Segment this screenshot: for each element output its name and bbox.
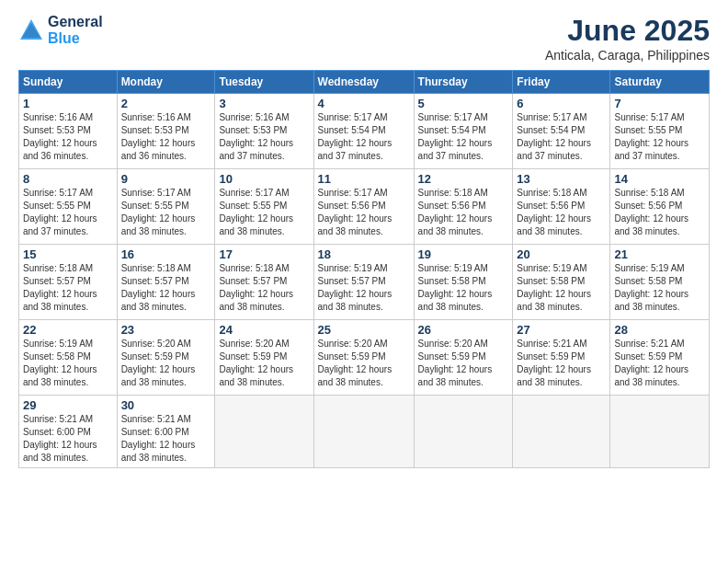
calendar-cell: 29Sunrise: 5:21 AMSunset: 6:00 PMDayligh…	[19, 396, 118, 468]
day-number: 26	[418, 323, 509, 337]
day-number: 5	[418, 97, 509, 110]
calendar-header-row: Sunday Monday Tuesday Wednesday Thursday…	[19, 71, 710, 94]
day-info: Sunrise: 5:20 AMSunset: 5:59 PMDaylight:…	[219, 338, 309, 389]
day-number: 1	[23, 97, 113, 110]
calendar-cell	[513, 396, 610, 468]
col-friday: Friday	[513, 71, 610, 94]
col-tuesday: Tuesday	[215, 71, 313, 94]
day-number: 29	[23, 398, 113, 412]
day-info: Sunrise: 5:19 AMSunset: 5:58 PMDaylight:…	[418, 262, 509, 314]
day-number: 16	[121, 247, 211, 261]
calendar-table: Sunday Monday Tuesday Wednesday Thursday…	[18, 70, 710, 468]
day-info: Sunrise: 5:17 AMSunset: 5:55 PMDaylight:…	[614, 111, 705, 163]
day-number: 2	[121, 97, 211, 110]
calendar-cell: 6Sunrise: 5:17 AMSunset: 5:54 PMDaylight…	[513, 94, 610, 169]
logo-icon	[18, 17, 44, 43]
calendar-cell: 19Sunrise: 5:19 AMSunset: 5:58 PMDayligh…	[414, 245, 513, 320]
calendar-cell: 10Sunrise: 5:17 AMSunset: 5:55 PMDayligh…	[215, 169, 313, 245]
calendar-cell: 22Sunrise: 5:19 AMSunset: 5:58 PMDayligh…	[19, 320, 118, 396]
calendar-cell: 24Sunrise: 5:20 AMSunset: 5:59 PMDayligh…	[215, 320, 313, 396]
col-saturday: Saturday	[610, 71, 710, 94]
day-info: Sunrise: 5:18 AMSunset: 5:57 PMDaylight:…	[121, 262, 211, 314]
calendar-cell: 5Sunrise: 5:17 AMSunset: 5:54 PMDaylight…	[414, 94, 513, 169]
location: Anticala, Caraga, Philippines	[545, 48, 710, 63]
day-info: Sunrise: 5:19 AMSunset: 5:58 PMDaylight:…	[23, 338, 113, 389]
day-info: Sunrise: 5:21 AMSunset: 6:00 PMDaylight:…	[121, 413, 211, 465]
calendar-cell: 18Sunrise: 5:19 AMSunset: 5:57 PMDayligh…	[313, 245, 414, 320]
day-info: Sunrise: 5:18 AMSunset: 5:57 PMDaylight:…	[23, 262, 113, 314]
calendar-cell: 13Sunrise: 5:18 AMSunset: 5:56 PMDayligh…	[513, 169, 610, 245]
day-info: Sunrise: 5:20 AMSunset: 5:59 PMDaylight:…	[418, 338, 509, 389]
calendar-cell: 1Sunrise: 5:16 AMSunset: 5:53 PMDaylight…	[19, 94, 118, 169]
day-info: Sunrise: 5:18 AMSunset: 5:56 PMDaylight:…	[418, 187, 509, 238]
day-number: 14	[614, 172, 705, 186]
day-number: 7	[614, 97, 705, 110]
day-info: Sunrise: 5:18 AMSunset: 5:57 PMDaylight:…	[219, 262, 309, 314]
day-number: 12	[418, 172, 509, 186]
day-number: 28	[614, 323, 705, 337]
calendar-cell: 8Sunrise: 5:17 AMSunset: 5:55 PMDaylight…	[19, 169, 118, 245]
day-number: 18	[318, 247, 410, 261]
day-number: 22	[23, 323, 113, 337]
day-number: 17	[219, 247, 309, 261]
month-title: June 2025	[545, 14, 710, 48]
day-number: 19	[418, 247, 509, 261]
day-number: 20	[517, 247, 606, 261]
calendar-cell	[313, 396, 414, 468]
day-number: 8	[23, 172, 113, 186]
day-info: Sunrise: 5:16 AMSunset: 5:53 PMDaylight:…	[219, 111, 309, 163]
col-monday: Monday	[117, 71, 215, 94]
week-row-5: 29Sunrise: 5:21 AMSunset: 6:00 PMDayligh…	[19, 396, 710, 468]
week-row-3: 15Sunrise: 5:18 AMSunset: 5:57 PMDayligh…	[19, 245, 710, 320]
day-info: Sunrise: 5:17 AMSunset: 5:54 PMDaylight:…	[418, 111, 509, 163]
day-info: Sunrise: 5:18 AMSunset: 5:56 PMDaylight:…	[614, 187, 705, 238]
calendar-cell: 7Sunrise: 5:17 AMSunset: 5:55 PMDaylight…	[610, 94, 710, 169]
day-number: 25	[318, 323, 410, 337]
day-number: 13	[517, 172, 606, 186]
day-number: 27	[517, 323, 606, 337]
calendar-cell	[414, 396, 513, 468]
calendar-cell: 26Sunrise: 5:20 AMSunset: 5:59 PMDayligh…	[414, 320, 513, 396]
week-row-1: 1Sunrise: 5:16 AMSunset: 5:53 PMDaylight…	[19, 94, 710, 169]
day-info: Sunrise: 5:19 AMSunset: 5:57 PMDaylight:…	[318, 262, 410, 314]
calendar-cell: 4Sunrise: 5:17 AMSunset: 5:54 PMDaylight…	[313, 94, 414, 169]
logo: General Blue	[18, 14, 103, 47]
calendar-cell: 11Sunrise: 5:17 AMSunset: 5:56 PMDayligh…	[313, 169, 414, 245]
day-info: Sunrise: 5:16 AMSunset: 5:53 PMDaylight:…	[121, 111, 211, 163]
calendar-cell: 17Sunrise: 5:18 AMSunset: 5:57 PMDayligh…	[215, 245, 313, 320]
day-info: Sunrise: 5:21 AMSunset: 6:00 PMDaylight:…	[23, 413, 113, 465]
day-number: 15	[23, 247, 113, 261]
day-number: 21	[614, 247, 705, 261]
day-number: 24	[219, 323, 309, 337]
day-info: Sunrise: 5:16 AMSunset: 5:53 PMDaylight:…	[23, 111, 113, 163]
day-info: Sunrise: 5:20 AMSunset: 5:59 PMDaylight:…	[318, 338, 410, 389]
calendar-cell: 25Sunrise: 5:20 AMSunset: 5:59 PMDayligh…	[313, 320, 414, 396]
calendar-cell: 15Sunrise: 5:18 AMSunset: 5:57 PMDayligh…	[19, 245, 118, 320]
day-info: Sunrise: 5:21 AMSunset: 5:59 PMDaylight:…	[614, 338, 705, 389]
day-info: Sunrise: 5:18 AMSunset: 5:56 PMDaylight:…	[517, 187, 606, 238]
day-info: Sunrise: 5:17 AMSunset: 5:55 PMDaylight:…	[121, 187, 211, 238]
day-number: 11	[318, 172, 410, 186]
calendar-cell: 21Sunrise: 5:19 AMSunset: 5:58 PMDayligh…	[610, 245, 710, 320]
calendar-cell: 3Sunrise: 5:16 AMSunset: 5:53 PMDaylight…	[215, 94, 313, 169]
calendar-cell: 14Sunrise: 5:18 AMSunset: 5:56 PMDayligh…	[610, 169, 710, 245]
day-info: Sunrise: 5:17 AMSunset: 5:54 PMDaylight:…	[318, 111, 410, 163]
day-number: 9	[121, 172, 211, 186]
calendar-cell	[215, 396, 313, 468]
calendar-cell: 28Sunrise: 5:21 AMSunset: 5:59 PMDayligh…	[610, 320, 710, 396]
week-row-4: 22Sunrise: 5:19 AMSunset: 5:58 PMDayligh…	[19, 320, 710, 396]
day-info: Sunrise: 5:17 AMSunset: 5:54 PMDaylight:…	[517, 111, 606, 163]
calendar-cell: 9Sunrise: 5:17 AMSunset: 5:55 PMDaylight…	[117, 169, 215, 245]
day-info: Sunrise: 5:17 AMSunset: 5:55 PMDaylight:…	[23, 187, 113, 238]
calendar-cell: 23Sunrise: 5:20 AMSunset: 5:59 PMDayligh…	[117, 320, 215, 396]
day-number: 4	[318, 97, 410, 110]
day-number: 30	[121, 398, 211, 412]
header: General Blue June 2025 Anticala, Caraga,…	[18, 14, 710, 63]
day-info: Sunrise: 5:17 AMSunset: 5:56 PMDaylight:…	[318, 187, 410, 238]
page-container: General Blue June 2025 Anticala, Caraga,…	[0, 0, 728, 477]
calendar-cell: 27Sunrise: 5:21 AMSunset: 5:59 PMDayligh…	[513, 320, 610, 396]
calendar-cell: 16Sunrise: 5:18 AMSunset: 5:57 PMDayligh…	[117, 245, 215, 320]
day-info: Sunrise: 5:20 AMSunset: 5:59 PMDaylight:…	[121, 338, 211, 389]
col-wednesday: Wednesday	[313, 71, 414, 94]
logo-text: General Blue	[48, 14, 103, 47]
